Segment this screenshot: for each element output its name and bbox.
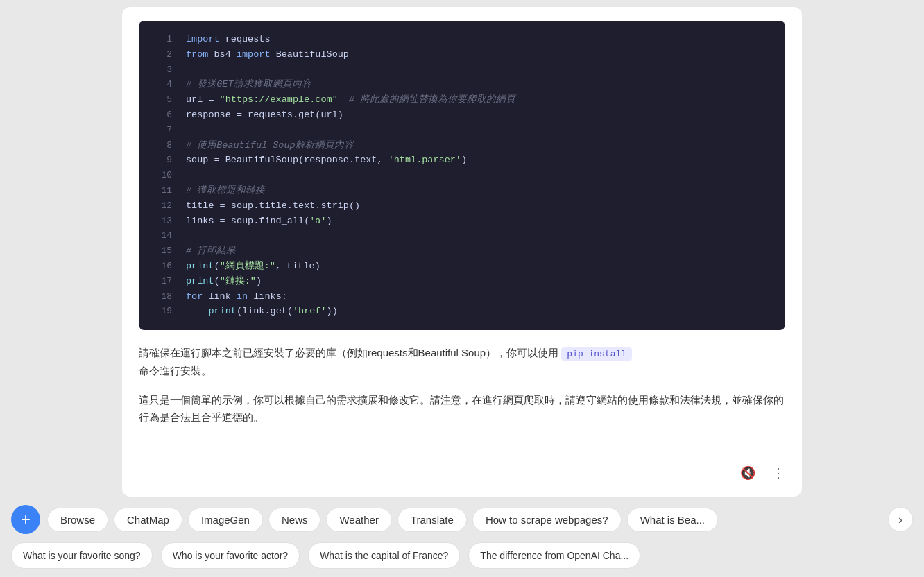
line-number: 5 [150, 93, 172, 107]
code-token [186, 306, 208, 316]
code-line: 14 [139, 228, 785, 243]
code-line: 10 [139, 168, 785, 183]
scroll-right-button[interactable]: › [888, 507, 913, 532]
line-content: response = requests.get(url) [186, 107, 774, 123]
mute-button[interactable]: 🔇 [735, 460, 760, 485]
code-token: print [186, 261, 214, 271]
line-number: 1 [150, 33, 172, 47]
line-content [186, 123, 774, 138]
code-token: in [237, 291, 248, 302]
line-number: 10 [150, 169, 172, 183]
code-token: "鏈接:" [220, 276, 256, 286]
line-number: 19 [150, 304, 172, 319]
code-token: from [186, 49, 208, 60]
code-token: title = soup.title.text.strip() [186, 200, 360, 211]
code-token: , title) [275, 261, 320, 271]
toolbar-tab[interactable]: Translate [397, 508, 467, 532]
line-number: 8 [150, 139, 172, 153]
code-token: response = requests.get(url) [186, 110, 343, 120]
line-number: 4 [150, 78, 172, 92]
para1-prefix: 請確保在運行腳本之前已經安裝了必要的庫（例如requests和Beautiful… [139, 347, 558, 359]
line-number: 18 [150, 290, 172, 304]
line-number: 16 [150, 259, 172, 274]
line-number: 2 [150, 48, 172, 62]
line-number: 17 [150, 275, 172, 289]
description-para1: 請確保在運行腳本之前已經安裝了必要的庫（例如requests和Beautiful… [139, 344, 785, 380]
code-token: 'a' [309, 216, 326, 226]
code-token: print [208, 306, 237, 316]
code-line: 19 print(link.get('href')) [139, 304, 785, 319]
code-token: # 使用Beautiful Soup解析網頁內容 [186, 140, 354, 150]
code-line: 18for link in links: [139, 289, 785, 304]
code-line: 1import requests [139, 32, 785, 47]
toolbar-tab[interactable]: News [268, 508, 321, 532]
toolbar-tab[interactable]: ImageGen [188, 508, 263, 532]
line-content: # 使用Beautiful Soup解析網頁內容 [186, 138, 774, 153]
suggestion-chip[interactable]: Who is your favorite actor? [161, 542, 300, 569]
code-line: 16print("網頁標題:", title) [139, 259, 785, 274]
suggestion-chip[interactable]: What is your favorite song? [11, 542, 153, 569]
code-token: soup = BeautifulSoup(response.text, [186, 155, 388, 165]
line-content: url = "https://example.com" # 將此處的網址替換為你… [186, 92, 774, 107]
code-token: requests [220, 34, 271, 44]
toolbar-tab[interactable]: Browse [47, 508, 108, 532]
description-para2: 這只是一個簡單的示例，你可以根據自己的需求擴展和修改它。請注意，在進行網頁爬取時… [139, 391, 785, 427]
line-content [186, 62, 774, 78]
code-token: BeautifulSoup [271, 49, 349, 60]
line-content [186, 168, 774, 183]
toolbar-tab[interactable]: What is Bea... [627, 508, 718, 532]
toolbar-tabs: BrowseChatMapImageGenNewsWeatherTranslat… [47, 508, 881, 532]
code-line: 11# 獲取標題和鏈接 [139, 183, 785, 198]
line-number: 7 [150, 123, 172, 138]
line-content: links = soup.find_all('a') [186, 214, 774, 229]
toolbar-tab[interactable]: How to scrape webpages? [472, 508, 622, 532]
suggestions-row: What is your favorite song?Who is your f… [0, 542, 924, 577]
suggestion-chip[interactable]: The difference from OpenAI Cha... [468, 542, 640, 569]
line-content: title = soup.title.text.strip() [186, 198, 774, 214]
suggestion-chip[interactable]: What is the capital of France? [308, 542, 460, 569]
line-content: for link in links: [186, 289, 774, 304]
code-token: bs4 [208, 49, 237, 60]
line-content: from bs4 import BeautifulSoup [186, 47, 774, 62]
line-content: print(link.get('href')) [186, 304, 774, 319]
more-button[interactable]: ⋮ [766, 460, 791, 485]
line-content: print("鏈接:") [186, 274, 774, 289]
content-area: 1import requests2from bs4 import Beautif… [122, 7, 802, 497]
code-token: import [237, 49, 271, 60]
line-content: # 獲取標題和鏈接 [186, 183, 774, 198]
code-token: "網頁標題:" [220, 261, 275, 271]
line-number: 9 [150, 153, 172, 168]
line-content [186, 228, 774, 243]
code-token: 'href' [293, 306, 327, 316]
code-line: 9soup = BeautifulSoup(response.text, 'ht… [139, 153, 785, 168]
line-number: 14 [150, 229, 172, 243]
code-token: "https://example.com" [220, 94, 338, 105]
code-token: print [186, 276, 214, 286]
media-controls: 🔇 ⋮ [735, 460, 791, 485]
code-line: 12title = soup.title.text.strip() [139, 198, 785, 214]
code-line: 4# 發送GET請求獲取網頁內容 [139, 77, 785, 92]
code-token: links: [248, 291, 287, 302]
line-content: # 打印結果 [186, 243, 774, 259]
code-line: 17print("鏈接:") [139, 274, 785, 289]
code-token: links = soup.find_all( [186, 216, 309, 226]
add-button[interactable]: + [11, 505, 40, 534]
code-token: 'html.parser' [388, 155, 461, 165]
toolbar-tab[interactable]: Weather [326, 508, 391, 532]
pip-install-code: pip install [561, 347, 632, 361]
code-line: 2from bs4 import BeautifulSoup [139, 47, 785, 62]
line-content: print("網頁標題:", title) [186, 259, 774, 274]
line-content: # 發送GET請求獲取網頁內容 [186, 77, 774, 92]
code-line: 5url = "https://example.com" # 將此處的網址替換為… [139, 92, 785, 107]
code-line: 3 [139, 62, 785, 78]
line-content: soup = BeautifulSoup(response.text, 'htm… [186, 153, 774, 168]
code-token: ( [214, 261, 220, 271]
code-line: 13links = soup.find_all('a') [139, 214, 785, 229]
code-token: import [186, 34, 220, 44]
toolbar-tab[interactable]: ChatMap [114, 508, 182, 532]
code-token: url = [186, 94, 220, 105]
line-number: 13 [150, 214, 172, 229]
code-token: # 將此處的網址替換為你要爬取的網頁 [338, 94, 515, 105]
code-token: # 打印結果 [186, 246, 236, 256]
code-token: ) [327, 216, 332, 226]
